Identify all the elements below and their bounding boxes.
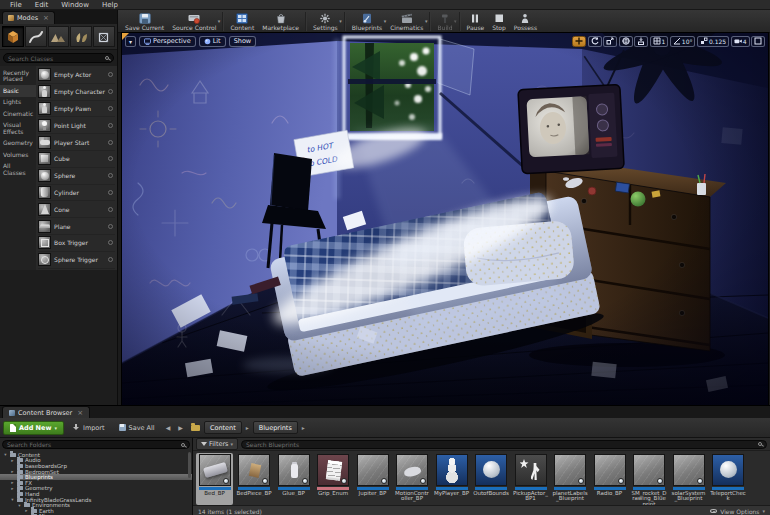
add-new-button[interactable]: Add New ▾ [3, 421, 64, 435]
placeable-item-cylinder[interactable]: Cylinder [38, 185, 115, 202]
breadcrumb-content[interactable]: Content [204, 421, 242, 434]
placeable-item-sphere[interactable]: Sphere [38, 168, 115, 185]
view-mode-button[interactable]: Lit [199, 36, 226, 47]
drag-grip-icon[interactable] [108, 72, 113, 77]
expander-icon[interactable]: ▾ [17, 503, 22, 508]
menu-window[interactable]: Window [61, 0, 89, 10]
folder-tree-scrollbar[interactable] [188, 452, 191, 478]
placeable-item-plane[interactable]: Plane [38, 218, 115, 235]
placeable-item-empty-pawn[interactable]: Empty Pawn [38, 101, 115, 118]
menu-edit[interactable]: Edit [35, 0, 49, 10]
drag-grip-icon[interactable] [108, 190, 113, 195]
category-recently-placed[interactable]: Recently Placed [0, 67, 36, 85]
camera-speed-button[interactable]: 4 [731, 36, 750, 47]
view-options-button[interactable]: View Options ▾ [710, 508, 765, 515]
rotate-tool-button[interactable] [588, 36, 602, 47]
drag-grip-icon[interactable] [108, 140, 113, 145]
asset-glue_bp[interactable]: Glue_BP [275, 453, 312, 505]
drag-grip-icon[interactable] [108, 257, 113, 262]
save-all-button[interactable]: Save All [114, 422, 160, 434]
asset-planetlabels_blueprint[interactable]: planetLabels_Blueprint [552, 453, 589, 505]
placeable-item-box-trigger[interactable]: Box Trigger [38, 235, 115, 252]
placeable-item-empty-character[interactable]: Empty Character [38, 84, 115, 101]
asset-pickupactor_bp1[interactable]: PickupActor_BP1 [512, 453, 549, 505]
content-browser-tab[interactable]: Content Browser × [2, 406, 90, 418]
cinematics-button[interactable]: Cinematics▾ [386, 10, 427, 32]
drag-grip-icon[interactable] [108, 240, 113, 245]
asset-sm_rocket_drawing_blueprint[interactable]: SM_rocket_Drawing_Blueprint [631, 453, 668, 505]
scale-tool-button[interactable] [603, 36, 617, 47]
stop-button[interactable]: Stop [488, 10, 510, 32]
import-button[interactable]: Import [68, 422, 110, 434]
category-volumes[interactable]: Volumes [0, 149, 36, 161]
coordinate-system-button[interactable] [619, 36, 633, 47]
drag-grip-icon[interactable] [108, 106, 113, 111]
drag-grip-icon[interactable] [108, 89, 113, 94]
foliage-tool-button[interactable] [70, 26, 92, 47]
expander-icon[interactable]: ▾ [3, 452, 8, 457]
search-folders-input[interactable]: Search Folders [2, 440, 190, 449]
placeable-item-sphere-trigger[interactable]: Sphere Trigger [38, 252, 115, 269]
drag-grip-icon[interactable] [108, 207, 113, 212]
grid-snap-button[interactable]: 1 [650, 36, 669, 47]
back-button[interactable]: ◀ [164, 423, 173, 432]
menu-file[interactable]: File [10, 0, 22, 10]
menu-help[interactable]: Help [102, 0, 118, 10]
modes-tab-close-icon[interactable]: × [43, 14, 49, 22]
forward-button[interactable]: ▶ [176, 423, 185, 432]
show-flags-button[interactable]: Show [229, 36, 257, 47]
landscape-tool-button[interactable] [48, 26, 70, 47]
placeable-item-cube[interactable]: Cube [38, 151, 115, 168]
placeable-item-empty-actor[interactable]: Empty Actor [38, 67, 115, 84]
modes-tab[interactable]: Modes × [2, 11, 55, 24]
category-lights[interactable]: Lights [0, 97, 36, 109]
placeable-item-cone[interactable]: Cone [38, 201, 115, 218]
content-button[interactable]: Content [226, 10, 258, 32]
marketplace-button[interactable]: Marketplace [258, 10, 303, 32]
asset-teleportcheck[interactable]: TeleportCheck [710, 453, 747, 505]
category-geometry[interactable]: Geometry [0, 138, 36, 150]
placement-tool-button[interactable] [2, 26, 24, 47]
expander-icon[interactable]: ▸ [10, 458, 15, 463]
paint-tool-button[interactable] [25, 26, 47, 47]
search-classes-input[interactable]: Search Classes [3, 53, 114, 63]
rotation-snap-button[interactable]: 10° [670, 36, 696, 47]
category-basic[interactable]: Basic [0, 85, 36, 97]
expander-icon[interactable]: ▾ [10, 497, 15, 502]
asset-motioncontroller_bp[interactable]: MotionController_BP [394, 453, 431, 505]
breadcrumb-blueprints[interactable]: Blueprints [253, 421, 298, 434]
asset-solarsystem_blueprint[interactable]: solarSystem_Blueprint [670, 453, 707, 505]
drag-grip-icon[interactable] [108, 156, 113, 161]
camera-mode-button[interactable]: Perspective [139, 36, 196, 47]
content-browser-tab-close-icon[interactable]: × [77, 409, 83, 417]
asset-grip_enum[interactable]: Grip_Enum [315, 453, 352, 505]
asset-myplayer_bp[interactable]: MyPlayer_BP [433, 453, 470, 505]
settings-button[interactable]: Settings▾ [309, 10, 342, 32]
drag-grip-icon[interactable] [108, 123, 113, 128]
filters-button[interactable]: Filters ▾ [196, 438, 238, 450]
translate-tool-button[interactable] [572, 36, 586, 47]
search-assets-input[interactable]: Search Blueprints [241, 440, 767, 449]
category-visual-effects[interactable]: Visual Effects [0, 120, 36, 138]
category-all-classes[interactable]: All Classes [0, 161, 36, 179]
drag-grip-icon[interactable] [108, 224, 113, 229]
expander-icon[interactable]: ▸ [10, 469, 15, 474]
possess-button[interactable]: Possess [510, 10, 541, 32]
asset-bedpiece_bp[interactable]: BedPiece_BP [236, 453, 273, 505]
asset-jupiter_bp[interactable]: Jupiter_BP [354, 453, 391, 505]
placeable-item-point-light[interactable]: Point Light [38, 117, 115, 134]
asset-bed_bp[interactable]: Bed_BP [196, 453, 233, 505]
category-cinematic[interactable]: Cinematic [0, 108, 36, 120]
asset-outofbounds[interactable]: OutofBounds [473, 453, 510, 505]
save-current-button[interactable]: Save Current [121, 10, 168, 32]
expander-icon[interactable]: ▸ [10, 486, 15, 491]
scale-snap-button[interactable]: 0.125 [697, 36, 729, 47]
drag-grip-icon[interactable] [108, 173, 113, 178]
chevron-down-icon[interactable]: ▾ [339, 18, 342, 24]
chevron-down-icon[interactable]: ▾ [218, 18, 221, 24]
placeable-item-player-start[interactable]: Player Start [38, 134, 115, 151]
maximize-viewport-button[interactable] [751, 36, 765, 47]
level-viewport[interactable]: to HOT to COLD [122, 33, 768, 405]
source-control-button[interactable]: Source Control▾ [168, 10, 220, 32]
chevron-down-icon[interactable]: ▾ [425, 18, 428, 24]
